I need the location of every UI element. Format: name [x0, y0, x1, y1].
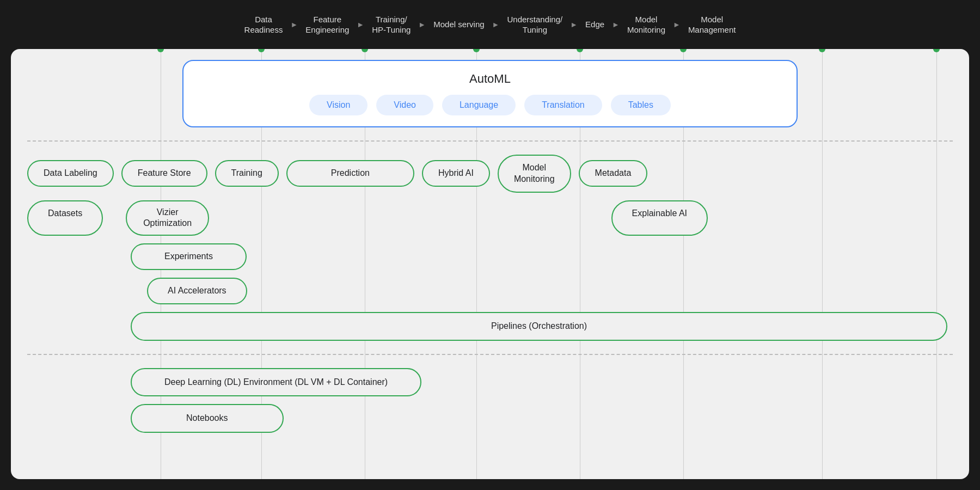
- step-understanding-tuning: Understanding/Tuning: [507, 14, 562, 35]
- pill-tables: Tables: [611, 95, 671, 115]
- arrow-7: ►: [673, 20, 681, 29]
- automl-section: AutoML Vision Video Language Translation…: [182, 60, 798, 127]
- divider-1: [27, 140, 953, 142]
- step-data-readiness: DataReadiness: [244, 14, 283, 35]
- pill-experiments: Experiments: [131, 243, 247, 270]
- pill-video: Video: [376, 95, 433, 115]
- pill-notebooks: Notebooks: [131, 404, 284, 433]
- arrow-2: ►: [357, 20, 364, 29]
- pill-hybrid-ai: Hybrid AI: [422, 160, 490, 187]
- pill-model-monitoring: Model Monitoring: [498, 155, 571, 193]
- step-model-management: ModelManagement: [688, 14, 736, 35]
- pill-explainable-ai: Explainable AI: [611, 200, 708, 236]
- step-feature-engineering: FeatureEngineering: [305, 14, 349, 35]
- main-services-row: Data Labeling Feature Store Training Pre…: [27, 155, 953, 193]
- arrow-4: ►: [492, 20, 500, 29]
- arrow-1: ►: [290, 20, 298, 29]
- step-model-monitoring: ModelMonitoring: [627, 14, 665, 35]
- step-model-serving: Model serving: [433, 19, 484, 30]
- pill-translation: Translation: [524, 95, 602, 115]
- step-edge: Edge: [585, 19, 604, 30]
- diagram-content: AutoML Vision Video Language Translation…: [11, 49, 969, 444]
- automl-pills-row: Vision Video Language Translation Tables: [200, 95, 780, 115]
- arrow-5: ►: [570, 20, 578, 29]
- pipeline-bar: DataReadiness ► FeatureEngineering ► Tra…: [0, 0, 980, 49]
- pill-data-labeling: Data Labeling: [27, 160, 114, 187]
- pill-prediction: Prediction: [286, 160, 414, 187]
- pill-feature-store: Feature Store: [121, 160, 207, 187]
- pill-training: Training: [215, 160, 279, 187]
- main-diagram-area: AutoML Vision Video Language Translation…: [11, 49, 969, 479]
- pill-metadata: Metadata: [579, 160, 648, 187]
- pill-dl-environment: Deep Learning (DL) Environment (DL VM + …: [131, 368, 421, 397]
- pill-ai-accelerators: AI Accelerators: [147, 278, 247, 304]
- arrow-3: ►: [418, 20, 426, 29]
- divider-2: [27, 354, 953, 355]
- pill-pipelines: Pipelines (Orchestration): [131, 312, 947, 341]
- pill-vizier-optimization: Vizier Optimization: [126, 200, 209, 236]
- pill-language: Language: [442, 95, 516, 115]
- automl-title: AutoML: [200, 72, 780, 86]
- pill-datasets: Datasets: [27, 200, 103, 236]
- pill-vision: Vision: [309, 95, 367, 115]
- arrow-6: ►: [612, 20, 620, 29]
- step-training-hp: Training/HP-Tuning: [372, 14, 411, 35]
